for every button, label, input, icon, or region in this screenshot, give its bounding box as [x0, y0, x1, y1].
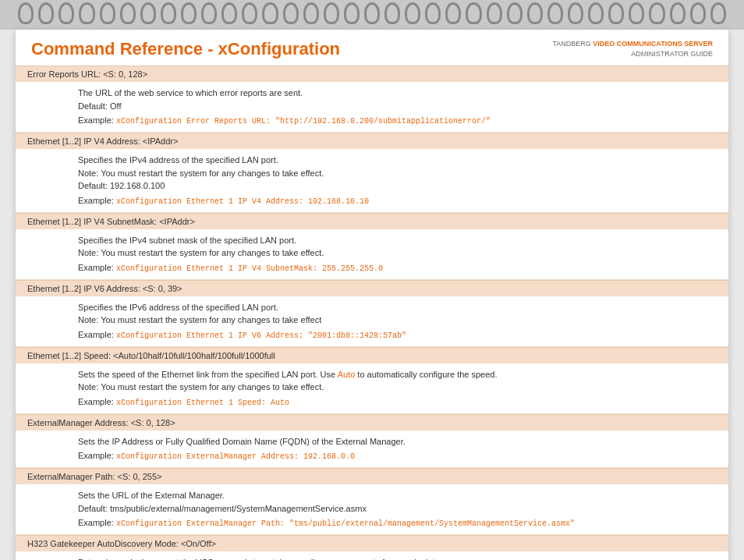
brand-name: TANDBERG [552, 40, 593, 48]
spiral-binding [0, 0, 744, 30]
entry-text: Specifies the IPv6 address of the specif… [78, 301, 717, 314]
entry-text: The URL of the web service to which erro… [78, 87, 717, 100]
spiral-loop [38, 2, 54, 24]
spiral-loop [445, 2, 461, 24]
spiral-loop [58, 2, 74, 24]
spiral-loop [364, 2, 380, 24]
example-code: xConfiguration Ethernet 1 IP V4 Address:… [116, 197, 369, 206]
spiral-loop [161, 2, 176, 24]
spiral-loop [384, 2, 400, 24]
entry-note: Note: You must restart the system for an… [78, 381, 717, 394]
spiral-loop [79, 2, 94, 24]
spiral-loop [201, 2, 217, 24]
entry-body-external-manager-path: Sets the URL of the External Manager. De… [16, 484, 728, 535]
spiral-loop [344, 2, 360, 24]
entry-text: Specifies the IPv4 address of the specif… [78, 154, 717, 167]
entry-example: Example: xConfiguration ExternalManager … [78, 449, 717, 463]
brand-tandberg: TANDBERG VIDEO COMMUNICATIONS SERVER [552, 39, 713, 49]
entry-header-ethernet-speed: Ethernet [1..2] Speed: <Auto/10half/10fu… [16, 347, 728, 363]
spiral-loop [425, 2, 441, 24]
entry-body-external-manager-address: Sets the IP Address or Fully Qualified D… [16, 431, 728, 469]
entry-note: Note: You must restart the system for an… [78, 314, 717, 327]
entry-header-ethernet-ipv6-address: Ethernet [1..2] IP V6 Address: <S: 0, 39… [16, 280, 728, 296]
entry-header-external-manager-address: ExternalManager Address: <S: 0, 128> [16, 414, 728, 431]
example-code: xConfiguration Ethernet 1 Speed: Auto [116, 399, 289, 407]
entry-note: Note: You must restart the system for an… [78, 246, 717, 260]
spiral-loop [100, 2, 115, 24]
entry-example: Example: xConfiguration Error Reports UR… [78, 114, 717, 127]
entry-default: Default: 192.168.0.100 [78, 179, 717, 193]
entry-text: Specifies the IPv4 subnet mask of the sp… [78, 234, 717, 247]
spiral-loop [405, 2, 420, 24]
spiral-loop [487, 2, 502, 24]
entry-body-error-reports-url: The URL of the web service to which erro… [16, 82, 728, 133]
entry-default: Default: Off [78, 100, 717, 113]
spiral-loop [140, 2, 156, 24]
spiral-loop [568, 2, 583, 24]
entry-default: Default: tms/public/external/management/… [78, 502, 717, 516]
brand-highlight: VIDEO COMMUNICATIONS SERVER [593, 40, 713, 48]
spiral-loop [466, 2, 481, 24]
header-brand: TANDBERG VIDEO COMMUNICATIONS SERVER ADM… [552, 39, 713, 58]
entry-note: Note: You must restart the system for an… [78, 167, 717, 180]
entry-body-ethernet-speed: Sets the speed of the Ethernet link from… [16, 363, 728, 414]
page-wrapper: Command Reference - xConfiguration TANDB… [16, 30, 728, 560]
spiral-loop [262, 2, 278, 24]
entry-example: Example: xConfiguration Ethernet 1 IP V6… [78, 328, 717, 342]
brand-guide: ADMINISTRATOR GUIDE [552, 49, 713, 59]
spiral-loop [608, 2, 624, 24]
example-code: xConfiguration Ethernet 1 IP V6 Address:… [116, 331, 406, 340]
entry-body-ethernet-ipv4-address: Specifies the IPv4 address of the specif… [16, 149, 728, 213]
example-code: xConfiguration ExternalManager Path: "tm… [116, 519, 575, 528]
entry-text: Sets the URL of the External Manager. [78, 489, 717, 502]
spiral-loop [527, 2, 543, 24]
page-header: Command Reference - xConfiguration TANDB… [16, 30, 728, 66]
entry-header-h323-gatekeeper: H323 Gatekeeper AutoDiscovery Mode: <On/… [16, 535, 728, 551]
spiral-loop [18, 2, 34, 24]
entry-example: Example: xConfiguration Ethernet 1 IP V4… [78, 194, 717, 207]
entry-body-ethernet-ipv6-address: Specifies the IPv6 address of the specif… [16, 296, 728, 347]
entry-example: Example: xConfiguration Ethernet 1 IP V4… [78, 261, 717, 275]
spiral-loop [588, 2, 604, 24]
entry-header-error-reports-url: Error Reports URL: <S: 0, 128> [16, 66, 728, 82]
entry-header-ethernet-ipv4-address: Ethernet [1..2] IP V4 Address: <IPAddr> [16, 133, 728, 149]
spiral-loop [120, 2, 136, 24]
content-area: Error Reports URL: <S: 0, 128> The URL o… [16, 66, 728, 560]
spiral-loop [181, 2, 197, 24]
spiral-loop [547, 2, 563, 24]
spiral-loop [242, 2, 257, 24]
spiral-loop [324, 2, 339, 24]
spiral-loop [283, 2, 299, 24]
spiral-loop [629, 2, 644, 24]
entry-text: Sets the speed of the Ethernet link from… [78, 368, 717, 381]
page-title: Command Reference - xConfiguration [31, 39, 340, 59]
entry-header-ethernet-ipv4-subnetmask: Ethernet [1..2] IP V4 SubnetMask: <IPAdd… [16, 213, 728, 229]
example-code: xConfiguration Ethernet 1 IP V4 SubnetMa… [116, 264, 383, 273]
entry-body-ethernet-ipv4-subnetmask: Specifies the IPv4 subnet mask of the sp… [16, 229, 728, 280]
entry-text: Determines whether or not the VCS respon… [78, 556, 717, 560]
spiral-loop [303, 2, 319, 24]
entry-text: Sets the IP Address or Fully Qualified D… [78, 435, 717, 448]
spiral-loop [710, 2, 726, 24]
example-code: xConfiguration Error Reports URL: "http:… [116, 117, 491, 126]
entry-example: Example: xConfiguration Ethernet 1 Speed… [78, 395, 717, 409]
spiral-loop [690, 2, 706, 24]
example-code: xConfiguration ExternalManager Address: … [116, 452, 355, 461]
spiral-loop [221, 2, 237, 24]
entry-body-h323-gatekeeper: Determines whether or not the VCS respon… [16, 551, 728, 560]
spiral-loop [649, 2, 664, 24]
spiral-loop [507, 2, 523, 24]
spiral-loop [670, 2, 686, 24]
entry-example: Example: xConfiguration ExternalManager … [78, 516, 717, 530]
entry-header-external-manager-path: ExternalManager Path: <S: 0, 255> [16, 468, 728, 484]
